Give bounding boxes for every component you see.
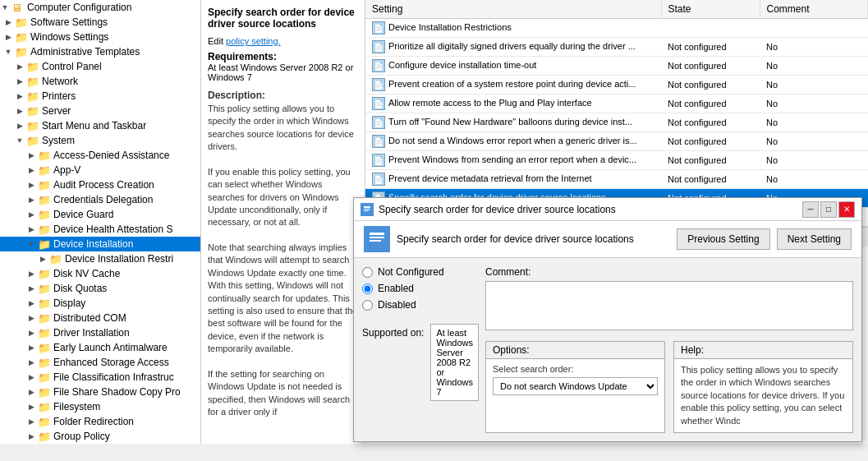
comment-section: Comment:: [485, 266, 853, 333]
search-order-select[interactable]: Do not search Windows UpdateAlways searc…: [493, 377, 658, 395]
radio-not-configured[interactable]: Not Configured: [362, 266, 477, 278]
svg-rect-5: [370, 233, 384, 235]
policy-dialog: Specify search order for device driver s…: [353, 197, 862, 442]
options-content: Select search order: Do not search Windo…: [486, 359, 664, 400]
modal-overlay: Specify search order for device driver s…: [0, 0, 868, 461]
dialog-left-column: Not Configured Enabled Disabled Supporte…: [362, 266, 477, 433]
help-text: This policy setting allows you to specif…: [674, 359, 852, 432]
options-header: Options:: [486, 342, 664, 359]
comment-textarea[interactable]: [485, 281, 853, 330]
options-panel: Options: Select search order: Do not sea…: [485, 341, 665, 433]
radio-enabled-label: Enabled: [378, 283, 414, 294]
next-setting-button[interactable]: Next Setting: [777, 228, 852, 250]
dialog-controls: ─ □ ✕: [802, 201, 855, 218]
dialog-icon: [361, 203, 374, 216]
dialog-action-buttons: Previous Setting Next Setting: [677, 228, 852, 250]
previous-setting-button[interactable]: Previous Setting: [677, 228, 769, 250]
dialog-subtitle-bar: Specify search order for device driver s…: [354, 221, 861, 258]
svg-rect-3: [364, 210, 369, 211]
help-panel: Help: This policy setting allows you to …: [673, 341, 853, 433]
comment-label: Comment:: [485, 266, 853, 278]
supported-section: Supported on: At least Windows Server 20…: [362, 324, 477, 401]
dialog-subtitle-icon: [364, 226, 390, 252]
svg-rect-4: [367, 229, 387, 249]
svg-rect-1: [364, 206, 370, 208]
dialog-subtitle-text: Specify search order for device driver s…: [397, 233, 634, 245]
options-help-row: Options: Select search order: Do not sea…: [485, 341, 853, 433]
radio-enabled-input[interactable]: [362, 284, 373, 294]
dialog-titlebar: Specify search order for device driver s…: [354, 198, 861, 221]
dialog-restore-button[interactable]: □: [820, 201, 837, 218]
radio-not-configured-label: Not Configured: [378, 266, 444, 278]
select-label: Select search order:: [493, 364, 658, 374]
dialog-close-button[interactable]: ✕: [838, 201, 855, 218]
svg-rect-6: [370, 237, 384, 238]
dialog-body: Not Configured Enabled Disabled Supporte…: [354, 258, 861, 441]
radio-disabled-input[interactable]: [362, 300, 373, 311]
supported-label: Supported on:: [362, 324, 424, 339]
dialog-title: Specify search order for device driver s…: [379, 204, 802, 215]
dialog-right-column: Comment: Options: Select search order: D…: [485, 266, 853, 433]
supported-box: At least Windows Server 2008 R2 or Windo…: [430, 324, 479, 401]
svg-rect-2: [364, 209, 370, 210]
radio-enabled[interactable]: Enabled: [362, 283, 477, 294]
radio-disabled[interactable]: Disabled: [362, 299, 477, 311]
dialog-minimize-button[interactable]: ─: [802, 201, 819, 218]
radio-disabled-label: Disabled: [378, 299, 416, 311]
help-header: Help:: [674, 342, 852, 359]
radio-group: Not Configured Enabled Disabled: [362, 266, 477, 311]
svg-rect-7: [370, 240, 381, 242]
radio-not-configured-input[interactable]: [362, 267, 373, 278]
